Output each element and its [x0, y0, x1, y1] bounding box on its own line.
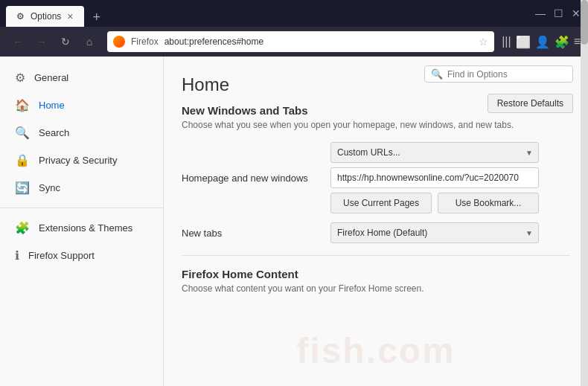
tab-icon: ⚙: [16, 11, 25, 22]
firefox-home-content-desc: Choose what content you want on your Fir…: [182, 283, 570, 294]
maximize-button[interactable]: ☐: [552, 7, 564, 19]
reload-button[interactable]: ↻: [55, 31, 76, 52]
browser-logo: [113, 36, 125, 48]
home-icon: 🏠: [15, 98, 30, 112]
sidebar-item-extensions[interactable]: 🧩 Extensions & Themes: [0, 214, 163, 242]
active-tab[interactable]: ⚙ Options ×: [6, 6, 84, 27]
homepage-controls: Custom URLs... ▼ Use Current Pages Use B…: [330, 142, 570, 213]
content-area: 🔍 Home Restore Defaults New Windows and …: [164, 57, 588, 386]
scrollbar-thumb[interactable]: [581, 0, 588, 45]
watermark: fish.com: [296, 330, 455, 371]
account-icon[interactable]: 👤: [535, 35, 550, 49]
homepage-label: Homepage and new windows: [182, 173, 330, 184]
restore-defaults-button[interactable]: Restore Defaults: [488, 94, 573, 113]
new-windows-tabs-desc: Choose what you see when you open your h…: [182, 120, 570, 130]
sync-icon: 🔄: [15, 181, 30, 195]
extensions-icon[interactable]: 🧩: [555, 35, 569, 49]
library-icon[interactable]: |||: [502, 35, 511, 48]
homepage-dropdown[interactable]: Custom URLs...: [330, 142, 539, 163]
find-in-options-bar[interactable]: 🔍: [424, 65, 573, 83]
new-tab-button[interactable]: +: [89, 8, 106, 27]
sidebar-item-privacy[interactable]: 🔒 Privacy & Security: [0, 147, 163, 174]
info-icon: ℹ: [15, 248, 19, 263]
sidebar-label-sync: Sync: [39, 182, 60, 193]
homepage-url-input[interactable]: [330, 167, 539, 188]
synced-tabs-icon[interactable]: ⬜: [516, 35, 531, 49]
lock-icon: 🔒: [15, 153, 30, 167]
titlebar-tabs: ⚙ Options × +: [6, 0, 534, 27]
forward-button[interactable]: →: [31, 31, 52, 52]
new-tabs-label: New tabs: [182, 228, 330, 239]
home-button[interactable]: ⌂: [79, 31, 100, 52]
sidebar-item-home[interactable]: 🏠 Home: [0, 91, 163, 119]
sidebar-label-support: Firefox Support: [28, 250, 95, 261]
sidebar-label-search: Search: [39, 127, 69, 138]
sidebar-label-extensions: Extensions & Themes: [39, 222, 132, 234]
sidebar-label-home: Home: [39, 100, 65, 111]
new-tabs-row: New tabs Firefox Home (Default) ▼: [182, 222, 570, 243]
titlebar-controls: — ☐ ✕: [534, 7, 582, 19]
homepage-btn-row: Use Current Pages Use Bookmark...: [330, 193, 539, 213]
main-layout: ⚙ General 🏠 Home 🔍 Search 🔒 Privacy & Se…: [0, 57, 588, 386]
homepage-row: Homepage and new windows Custom URLs... …: [182, 142, 570, 213]
new-tabs-dropdown-wrapper: Firefox Home (Default) ▼: [330, 222, 539, 243]
minimize-button[interactable]: —: [534, 7, 546, 19]
sidebar-item-support[interactable]: ℹ Firefox Support: [0, 242, 163, 269]
use-bookmark-button[interactable]: Use Bookmark...: [438, 193, 539, 213]
tab-label: Options: [31, 11, 61, 22]
firefox-home-content-title: Firefox Home Content: [182, 255, 570, 280]
sidebar-label-general: General: [34, 72, 68, 83]
navbar: ← → ↻ ⌂ Firefox about:preferences#home ☆…: [0, 27, 588, 57]
sidebar-divider: [0, 208, 163, 208]
new-tabs-dropdown[interactable]: Firefox Home (Default): [330, 222, 539, 243]
url-display: about:preferences#home: [164, 36, 263, 47]
titlebar: ⚙ Options × + — ☐ ✕: [0, 0, 588, 27]
find-input[interactable]: [447, 69, 559, 80]
address-bar[interactable]: Firefox about:preferences#home ☆: [107, 31, 494, 52]
menu-icon[interactable]: ≡: [574, 35, 581, 48]
nav-icons: ||| ⬜ 👤 🧩 ≡: [502, 35, 581, 49]
sidebar-item-sync[interactable]: 🔄 Sync: [0, 174, 163, 202]
sidebar-item-general[interactable]: ⚙ General: [0, 64, 163, 91]
gear-icon: ⚙: [15, 71, 25, 85]
scrollbar[interactable]: [581, 0, 588, 386]
sidebar-item-search[interactable]: 🔍 Search: [0, 119, 163, 147]
new-tabs-controls: Firefox Home (Default) ▼: [330, 222, 570, 243]
puzzle-icon: 🧩: [15, 221, 30, 235]
sidebar-label-privacy: Privacy & Security: [39, 155, 117, 166]
homepage-dropdown-wrapper: Custom URLs... ▼: [330, 142, 539, 163]
use-current-pages-button[interactable]: Use Current Pages: [330, 193, 432, 213]
sidebar: ⚙ General 🏠 Home 🔍 Search 🔒 Privacy & Se…: [0, 57, 164, 386]
brand-label: Firefox: [131, 36, 159, 47]
back-button[interactable]: ←: [7, 31, 28, 52]
find-search-icon: 🔍: [431, 68, 443, 80]
close-tab-button[interactable]: ×: [67, 10, 73, 22]
search-icon: 🔍: [15, 126, 30, 140]
bookmark-star-icon[interactable]: ☆: [479, 36, 488, 48]
